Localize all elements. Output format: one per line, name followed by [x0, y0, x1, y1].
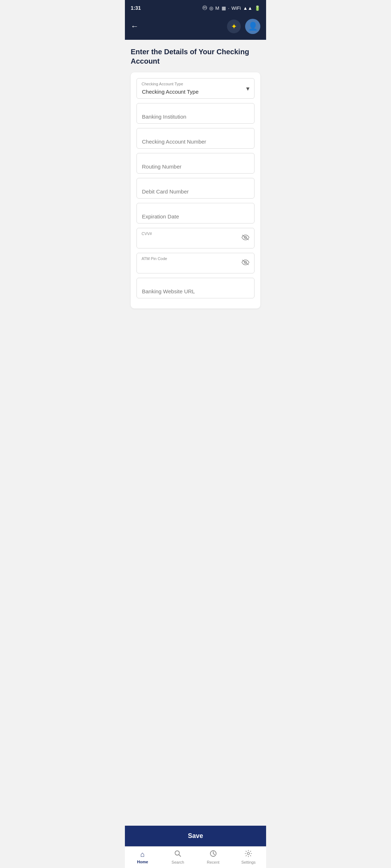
atm-pin-field: ATM Pin Code [136, 253, 255, 273]
status-icons: ⓜ ◎ M ▦ · WiFi ▲▲ 🔋 [202, 5, 260, 11]
back-button[interactable]: ← [131, 22, 139, 30]
gear-icon: ✦ [231, 22, 237, 31]
atm-pin-visibility-toggle[interactable] [241, 259, 249, 267]
back-arrow-icon: ← [131, 22, 139, 31]
form-card: Checking Account Type Checking Account T… [131, 72, 260, 309]
gmail-icon: M [215, 5, 219, 11]
routing-number-input[interactable] [136, 153, 255, 174]
checking-account-number-input[interactable] [136, 128, 255, 149]
page-title: Enter the Details of Your Checking Accou… [131, 47, 260, 66]
status-bar: 1:31 ⓜ ◎ M ▦ · WiFi ▲▲ 🔋 [125, 0, 266, 16]
banking-institution-input[interactable] [136, 103, 255, 124]
wifi-icon: WiFi [231, 5, 241, 11]
dot-icon: · [228, 5, 230, 11]
cvv-visibility-toggle[interactable] [241, 234, 249, 242]
banking-institution-field [136, 103, 255, 124]
messenger-icon: ⓜ [202, 5, 207, 11]
cvv-input[interactable] [136, 228, 255, 248]
avatar-image: 👤 [248, 22, 258, 31]
avatar[interactable]: 👤 [245, 19, 260, 34]
account-type-field: Checking Account Type Checking Account T… [136, 78, 255, 99]
calendar-icon: ▦ [222, 5, 226, 11]
checking-account-number-field [136, 128, 255, 149]
cvv-field: CVV# [136, 228, 255, 248]
settings-wheel-button[interactable]: ✦ [227, 20, 241, 33]
account-type-select[interactable]: Checking Account Type Personal Checking … [136, 78, 255, 99]
debit-card-number-field [136, 178, 255, 199]
page-content: Enter the Details of Your Checking Accou… [125, 40, 266, 345]
banking-url-input[interactable] [136, 278, 255, 298]
atm-pin-input[interactable] [136, 253, 255, 273]
expiration-date-field [136, 203, 255, 224]
toolbar: ← ✦ 👤 [125, 16, 266, 40]
debit-card-number-input[interactable] [136, 178, 255, 199]
routing-number-field [136, 153, 255, 174]
expiration-date-input[interactable] [136, 203, 255, 224]
toolbar-right: ✦ 👤 [227, 19, 260, 34]
battery-icon: 🔋 [255, 5, 260, 11]
status-time: 1:31 [131, 5, 141, 11]
banking-url-field [136, 278, 255, 298]
signal-icon: ▲▲ [243, 5, 252, 11]
circle-icon: ◎ [209, 5, 213, 11]
